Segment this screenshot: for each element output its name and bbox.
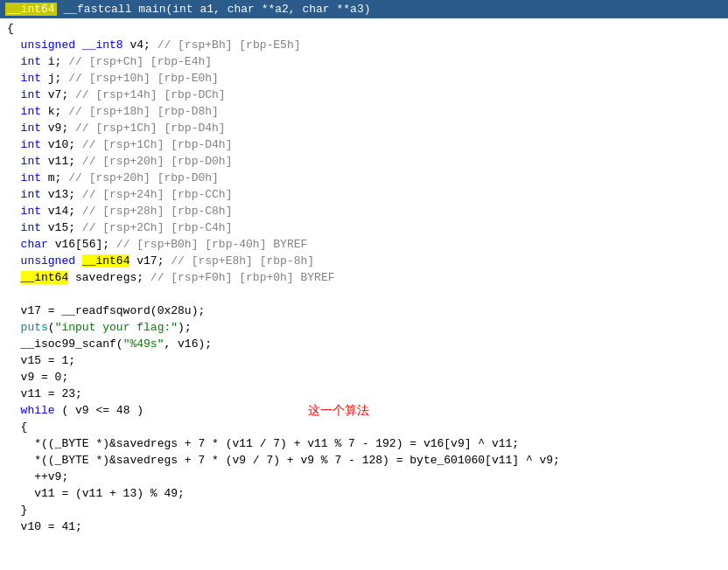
algorithm-annotation: 这一个算法 xyxy=(308,402,369,419)
line-decl-v15: int v15; // [rsp+2Ch] [rbp-C4h] xyxy=(0,219,728,236)
line-v11-assign: v11 = 23; xyxy=(0,386,728,402)
line-decl-v10: int v10; // [rsp+1Ch] [rbp-D4h] xyxy=(0,136,728,153)
line-while: while ( v9 <= 48 ) 这一个算法 xyxy=(0,402,728,419)
line-decl-j: int j; // [rsp+10h] [rbp-E0h] xyxy=(0,70,728,87)
line-decl-m: int m; // [rsp+20h] [rbp-D0h] xyxy=(0,170,728,186)
code-container: __int64 __fastcall main(int a1, char **a… xyxy=(0,0,728,570)
line-v17-assign: v17 = __readfsqword(0x28u); xyxy=(0,302,728,319)
line-decl-savedregs: __int64 savedregs; // [rsp+F0h] [rbp+0h]… xyxy=(0,269,728,286)
line-v15-assign: v15 = 1; xyxy=(0,352,728,369)
line-open-brace: { xyxy=(0,20,728,37)
line-decl-v14: int v14; // [rsp+28h] [rbp-C8h] xyxy=(0,203,728,219)
line-decl-v13: int v13; // [rsp+24h] [rbp-CCh] xyxy=(0,186,728,203)
line-puts: puts("input your flag:"); xyxy=(0,319,728,336)
function-name: __fastcall main(int a1, char **a2, char … xyxy=(63,3,370,16)
while-code: while ( v9 <= 48 ) xyxy=(0,402,150,419)
line-decl-v7: int v7; // [rsp+14h] [rbp-DCh] xyxy=(0,87,728,103)
line-decl-v4: unsigned __int8 v4; // [rsp+Bh] [rbp-E5h… xyxy=(0,37,728,53)
line-byte-assign-2: *((_BYTE *)&savedregs + 7 * (v9 / 7) + v… xyxy=(0,452,728,469)
line-v11-mod: v11 = (v11 + 13) % 49; xyxy=(0,485,728,502)
line-v9-assign: v9 = 0; xyxy=(0,369,728,386)
line-scanf: __isoc99_scanf("%49s", v16); xyxy=(0,336,728,352)
line-plusplus-v9: ++v9; xyxy=(0,469,728,485)
line-decl-i: int i; // [rsp+Ch] [rbp-E4h] xyxy=(0,53,728,70)
line-blank-1 xyxy=(0,286,728,302)
line-v10-assign: v10 = 41; xyxy=(0,518,728,535)
line-while-open-brace: { xyxy=(0,419,728,435)
int64-keyword-header: __int64 xyxy=(5,3,57,16)
line-decl-v17: unsigned __int64 v17; // [rsp+E8h] [rbp-… xyxy=(0,253,728,269)
line-decl-v11: int v11; // [rsp+20h] [rbp-D0h] xyxy=(0,153,728,170)
line-decl-k: int k; // [rsp+18h] [rbp-D8h] xyxy=(0,103,728,120)
function-signature: __int64 __fastcall main(int a1, char **a… xyxy=(0,0,728,18)
code-body: { unsigned __int8 v4; // [rsp+Bh] [rbp-E… xyxy=(0,18,728,537)
line-byte-assign-1: *((_BYTE *)&savedregs + 7 * (v11 / 7) + … xyxy=(0,435,728,452)
line-decl-v9: int v9; // [rsp+1Ch] [rbp-D4h] xyxy=(0,120,728,136)
line-while-close-brace: } xyxy=(0,502,728,518)
line-decl-v16: char v16[56]; // [rsp+B0h] [rbp-40h] BYR… xyxy=(0,236,728,253)
